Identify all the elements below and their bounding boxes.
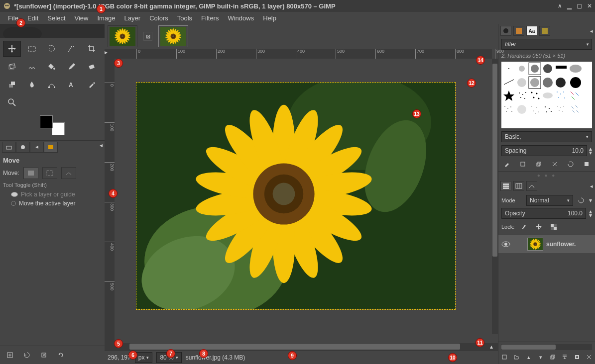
lock-position-icon[interactable] — [533, 222, 544, 232]
move-mode-selection[interactable] — [42, 167, 57, 179]
tool-rotate[interactable] — [3, 59, 21, 75]
tab-brushes[interactable] — [500, 26, 511, 36]
visibility-toggle-icon[interactable] — [501, 241, 511, 247]
menu-filters[interactable]: Filters — [197, 12, 223, 24]
menu-view[interactable]: View — [71, 12, 93, 24]
tab-patterns[interactable] — [513, 26, 524, 36]
tab-paths[interactable] — [526, 181, 537, 191]
tool-text[interactable]: A — [63, 77, 81, 92]
mask-button[interactable] — [572, 352, 582, 362]
brush-grid[interactable] — [501, 62, 592, 128]
new-group-button[interactable] — [511, 352, 521, 362]
menu-help[interactable]: Help — [259, 12, 280, 24]
radio-move-active[interactable]: Move the active layer — [11, 200, 102, 207]
tab-device-status[interactable] — [16, 142, 30, 153]
tool-color-picker[interactable] — [83, 77, 101, 92]
layer-dock-config-icon[interactable]: ◂ — [590, 183, 593, 189]
save-preset-button[interactable] — [3, 349, 17, 361]
duplicate-layer-button[interactable] — [548, 352, 558, 362]
dock-separator[interactable]: ● ● ● — [498, 172, 595, 179]
brush-preset-select[interactable]: Basic,▾ — [501, 131, 592, 142]
move-mode-layer[interactable] — [23, 167, 38, 179]
tool-move[interactable] — [3, 41, 21, 57]
opacity-spinner[interactable]: ▴▾ — [589, 209, 592, 217]
minimize-button[interactable]: ▁ — [567, 2, 572, 9]
units-selector[interactable]: px▾ — [135, 352, 153, 363]
close-button[interactable]: ✕ — [587, 2, 592, 9]
refresh-brush-button[interactable] — [565, 159, 576, 169]
close-tab-icon[interactable]: ⊠ — [143, 32, 152, 41]
tab-history[interactable] — [539, 26, 550, 36]
tool-zoom[interactable] — [3, 94, 21, 110]
menu-layer[interactable]: Layer — [120, 12, 145, 24]
tab-tool-options[interactable] — [2, 142, 16, 153]
opacity-field[interactable]: Opacity 100.0 — [501, 208, 586, 219]
image-content[interactable] — [136, 83, 455, 309]
menu-edit[interactable]: Edit — [23, 12, 42, 24]
merge-down-button[interactable] — [560, 352, 570, 362]
tool-paths[interactable] — [43, 77, 61, 92]
ruler-origin[interactable]: ▸ — [105, 49, 115, 59]
tool-bucket[interactable] — [43, 59, 61, 75]
duplicate-brush-button[interactable] — [533, 159, 544, 169]
menu-colors[interactable]: Colors — [145, 12, 172, 24]
ruler-horizontal[interactable]: 0100200300400500600700800900 — [115, 49, 492, 59]
restore-preset-button[interactable] — [20, 349, 34, 361]
raise-layer-button[interactable]: ▴ — [524, 352, 534, 362]
open-as-image-button[interactable] — [581, 159, 592, 169]
new-brush-button[interactable] — [517, 159, 528, 169]
menu-image[interactable]: Image — [93, 12, 119, 24]
bg-color[interactable] — [52, 122, 65, 135]
tool-rect-select[interactable] — [23, 41, 41, 57]
delete-brush-button[interactable] — [549, 159, 560, 169]
new-layer-button[interactable] — [499, 352, 509, 362]
lower-layer-button[interactable]: ▾ — [536, 352, 546, 362]
menu-select[interactable]: Select — [43, 12, 69, 24]
tool-warp[interactable] — [23, 59, 41, 75]
tool-paintbrush[interactable] — [63, 59, 81, 75]
reset-button[interactable] — [54, 349, 68, 361]
move-mode-path[interactable] — [61, 167, 76, 179]
tool-smudge[interactable] — [23, 77, 41, 92]
tool-free-select[interactable] — [43, 41, 61, 57]
canvas[interactable] — [115, 59, 492, 343]
lock-alpha-icon[interactable] — [548, 222, 559, 232]
fg-color[interactable] — [40, 115, 53, 128]
tab-images[interactable] — [44, 142, 58, 153]
quick-mask-toggle[interactable] — [105, 343, 115, 350]
tab-config-icon[interactable]: ◂ — [100, 142, 103, 153]
tab-fonts[interactable]: Aa — [526, 26, 537, 36]
menu-tools[interactable]: Tools — [173, 12, 196, 24]
tool-clone[interactable] — [3, 77, 21, 92]
image-tab-2[interactable] — [158, 25, 188, 47]
navigation-preview-icon[interactable]: ▴ — [490, 343, 498, 350]
image-tab-1[interactable] — [108, 25, 137, 47]
layer-item[interactable]: sunflower. — [498, 235, 595, 253]
brush-dock-config-icon[interactable]: ◂ — [590, 28, 593, 34]
mode-menu-icon[interactable]: ▾ — [589, 197, 592, 204]
color-swatch[interactable] — [40, 115, 65, 135]
tab-layers[interactable] — [500, 181, 511, 191]
brush-filter-input[interactable]: filter▾ — [501, 39, 592, 50]
tab-undo-history[interactable] — [30, 142, 44, 153]
layer-name[interactable]: sunflower. — [546, 241, 576, 248]
delete-layer-button[interactable] — [584, 352, 594, 362]
menu-windows[interactable]: Windows — [224, 12, 258, 24]
tab-channels[interactable] — [513, 181, 524, 191]
maximize-button[interactable]: ▢ — [577, 2, 582, 9]
spacing-spinner[interactable]: ▴▾ — [589, 147, 592, 155]
mode-select[interactable]: Normal▾ — [526, 195, 573, 206]
layer-hscroll[interactable] — [501, 344, 592, 350]
mode-reset-icon[interactable] — [576, 197, 586, 203]
edit-brush-button[interactable] — [501, 159, 512, 169]
tool-fuzzy-select[interactable] — [63, 41, 81, 57]
tool-crop[interactable] — [83, 41, 101, 57]
radio-pick-layer[interactable]: Pick a layer or guide — [11, 191, 102, 198]
brush-spacing-field[interactable]: Spacing 10.0 — [501, 145, 587, 156]
vertical-scrollbar[interactable] — [492, 59, 498, 334]
delete-preset-button[interactable] — [37, 349, 51, 361]
tool-eraser[interactable] — [83, 59, 101, 75]
lock-pixels-icon[interactable] — [518, 222, 529, 232]
ruler-vertical[interactable]: 0100200300400500 — [105, 59, 115, 343]
roll-up-button[interactable]: ∧ — [558, 2, 562, 9]
